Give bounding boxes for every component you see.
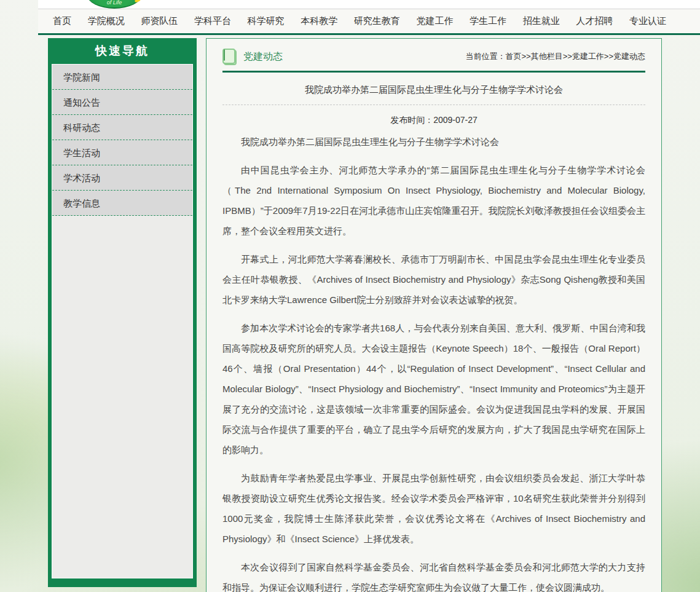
breadcrumb-link[interactable]: 党建工作 <box>572 52 604 61</box>
breadcrumb-separator: >> <box>563 52 572 61</box>
breadcrumb-path: 首页>>其他栏目>>党建工作>>党建动态 <box>505 52 645 61</box>
breadcrumb-separator: >> <box>604 52 613 61</box>
section-title[interactable]: 党建动态 <box>243 50 283 63</box>
main-nav: 首页学院概况师资队伍学科平台科学研究本科教学研究生教育党建工作学生工作招生就业人… <box>38 9 700 35</box>
article-body: 我院成功举办第二届国际昆虫生理生化与分子生物学学术讨论会由中国昆虫学会主办、河北… <box>222 132 645 592</box>
nav-item[interactable]: 科学研究 <box>248 15 285 27</box>
nav-item[interactable]: 首页 <box>53 15 71 27</box>
breadcrumb-link[interactable]: 其他栏目 <box>531 52 563 61</box>
article-paragraph: 我院成功举办第二届国际昆虫生理生化与分子生物学学术讨论会 <box>222 132 645 152</box>
nav-item[interactable]: 学院概况 <box>88 15 125 27</box>
sidebar-item[interactable]: 学生活动 <box>52 140 192 165</box>
nav-item[interactable]: 研究生教育 <box>354 15 400 27</box>
header-divider <box>222 71 645 73</box>
nav-item[interactable]: 师资队伍 <box>141 15 178 27</box>
publish-value: 2009-07-27 <box>433 115 478 125</box>
logo-accent <box>134 0 141 3</box>
nav-item[interactable]: 学科平台 <box>194 15 231 27</box>
publish-date: 发布时间：2009-07-27 <box>222 115 645 126</box>
dashed-divider <box>222 105 645 105</box>
breadcrumb: 当前位置：首页>>其他栏目>>党建工作>>党建动态 <box>465 51 645 62</box>
sidebar-item[interactable]: 学术活动 <box>52 165 192 191</box>
nav-item[interactable]: 招生就业 <box>523 15 560 27</box>
section-header: 党建动态 <box>222 49 283 65</box>
document-stack-icon-glyph <box>224 49 225 61</box>
publish-label: 发布时间： <box>390 115 433 125</box>
nav-item[interactable]: 专业认证 <box>629 15 666 27</box>
nav-item[interactable]: 人才招聘 <box>576 15 613 27</box>
content-header: 党建动态 当前位置：首页>>其他栏目>>党建工作>>党建动态 <box>222 46 645 67</box>
breadcrumb-link[interactable]: 首页 <box>505 52 521 61</box>
document-stack-icon-front <box>222 49 235 64</box>
breadcrumb-link[interactable]: 党建动态 <box>613 52 645 61</box>
article-title: 我院成功举办第二届国际昆虫生理生化与分子生物学学术讨论会 <box>222 84 645 96</box>
sidebar-item[interactable]: 通知公告 <box>52 90 192 115</box>
content-panel: 党建动态 当前位置：首页>>其他栏目>>党建工作>>党建动态 我院成功举办第二届… <box>206 38 662 592</box>
breadcrumb-label: 当前位置： <box>465 52 505 61</box>
sidebar-item[interactable]: 科研动态 <box>52 115 192 140</box>
article-paragraph: 开幕式上，河北师范大学蒋春澜校长、承德市丁万明副市长、中国昆虫学会昆虫生理生化专… <box>222 249 645 310</box>
breadcrumb-separator: >> <box>521 52 530 61</box>
logo-text: of Life <box>107 0 122 6</box>
nav-item[interactable]: 党建工作 <box>416 15 453 27</box>
quick-nav-title: 快速导航 <box>52 38 193 64</box>
quick-nav-sidebar: 快速导航 学院新闻通知公告科研动态学生活动学术活动教学信息 <box>48 38 197 587</box>
nav-item[interactable]: 本科教学 <box>301 15 337 27</box>
article-paragraph: 参加本次学术讨论会的专家学者共168人，与会代表分别来自美国、意大利、俄罗斯、中… <box>222 318 645 460</box>
document-stack-icon <box>222 49 237 65</box>
article-paragraph: 为鼓励青年学者热爱昆虫学事业、开展昆虫学创新性研究，由会议组织委员会发起、浙江大… <box>222 468 645 549</box>
sidebar-item[interactable]: 学院新闻 <box>52 65 192 90</box>
site-header: of Life <box>38 0 700 9</box>
nav-item[interactable]: 学生工作 <box>470 15 506 27</box>
article-paragraph: 本次会议得到了国家自然科学基金委员会、河北省自然科学基金委员会和河北师范大学的大… <box>222 557 645 592</box>
site-logo[interactable]: of Life <box>87 0 141 9</box>
sidebar-item[interactable]: 教学信息 <box>52 191 192 216</box>
article-paragraph: 由中国昆虫学会主办、河北师范大学承办的“第二届国际昆虫生理生化与分子生物学学术讨… <box>222 160 645 241</box>
quick-nav-list: 学院新闻通知公告科研动态学生活动学术活动教学信息 <box>52 64 193 578</box>
